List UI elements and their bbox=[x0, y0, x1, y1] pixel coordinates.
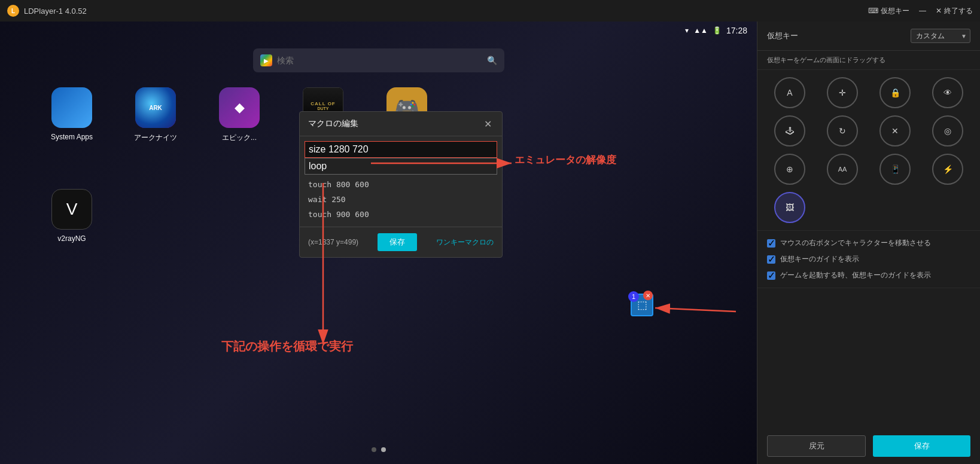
footer-reset-button[interactable]: 戻元 bbox=[767, 435, 866, 457]
vkey-dpad[interactable]: ✛ bbox=[827, 77, 858, 108]
checkbox-show-guide-label: 仮想キーのガイドを表示 bbox=[780, 254, 859, 264]
macro-line-size[interactable]: size 1280 720 bbox=[305, 141, 497, 158]
close-icon: ✕ bbox=[936, 7, 942, 15]
app-v2rayng[interactable]: V v2rayNG bbox=[48, 189, 96, 243]
svg-line-3 bbox=[655, 308, 736, 312]
vkey-fire[interactable]: ⊕ bbox=[774, 154, 805, 185]
footer-save-button[interactable]: 保存 bbox=[873, 435, 970, 457]
emulator-resolution-annotation: エミュレータの解像度 bbox=[515, 153, 616, 167]
macro-close-button[interactable]: ✕ bbox=[482, 118, 494, 130]
checkbox-startup-guide[interactable]: ✓ ゲームを起動する時、仮想キーのガイドを表示 bbox=[767, 270, 970, 280]
search-input[interactable] bbox=[277, 56, 482, 65]
arknights-icon: ARK bbox=[135, 87, 176, 128]
vkey-phone[interactable]: 📱 bbox=[879, 154, 911, 185]
page-dots bbox=[372, 447, 386, 452]
macro-onekey-button[interactable]: ワンキーマクロの bbox=[436, 237, 494, 248]
macro-dialog: マクロの編集 ✕ size 1280 720 loop touch 800 60… bbox=[299, 111, 503, 258]
minimize-button[interactable]: — bbox=[919, 7, 926, 15]
arknights-label: アークナイツ bbox=[134, 133, 177, 143]
vkey-lock[interactable]: 🔒 bbox=[879, 77, 911, 108]
macro-coords: (x=1337 y=499) bbox=[308, 238, 358, 246]
keyboard-icon: ⌨ bbox=[868, 7, 878, 15]
checkboxes-area: ✓ マウスの右ボタンでキャラクターを移動させる ✓ 仮想キーのガイドを表示 ✓ … bbox=[757, 231, 980, 288]
macro-line-loop[interactable]: loop bbox=[305, 158, 497, 175]
emulator-area: ▾ ▲▲ 🔋 17:28 ▶ 🔍 System Apps ARK アー bbox=[0, 22, 757, 464]
vkey-rotate[interactable]: ↻ bbox=[827, 115, 858, 146]
drag-hint: 仮想キーをゲームの画面にドラッグする bbox=[757, 51, 980, 70]
titlebar-title: LDPlayer-1 4.0.52 bbox=[24, 7, 87, 16]
right-panel: 仮想キー カスタム ▼ 仮想キーをゲームの画面にドラッグする A ✛ 🔒 👁 🕹… bbox=[757, 22, 980, 464]
vkey-lightning[interactable]: ⚡ bbox=[932, 154, 963, 185]
macro-footer: (x=1337 y=499) 保存 ワンキーマクロの bbox=[300, 227, 502, 257]
battery-icon: 🔋 bbox=[713, 26, 722, 35]
titlebar-logo: L bbox=[7, 5, 19, 17]
search-icon: 🔍 bbox=[487, 56, 497, 65]
wifi-icon: ▾ bbox=[685, 26, 689, 35]
titlebar-left: L LDPlayer-1 4.0.52 bbox=[7, 5, 87, 17]
app-arknights[interactable]: ARK アークナイツ bbox=[132, 87, 179, 143]
macro-dialog-title: マクロの編集 bbox=[308, 118, 358, 129]
network-icon: ▲▲ bbox=[693, 26, 708, 35]
macro-icon: ⬚ bbox=[637, 298, 647, 312]
checkbox-right-mouse-box[interactable]: ✓ bbox=[767, 239, 775, 248]
v2rayng-label: v2rayNG bbox=[57, 234, 86, 243]
titlebar: L LDPlayer-1 4.0.52 ⌨ 仮想キー — ✕ 終了する bbox=[0, 0, 980, 22]
page-dot-2[interactable] bbox=[381, 447, 386, 452]
checkbox-show-guide[interactable]: ✓ 仮想キーのガイドを表示 bbox=[767, 254, 970, 264]
system-apps-label: System Apps bbox=[51, 133, 93, 141]
right-panel-header: 仮想キー カスタム ▼ bbox=[757, 22, 980, 51]
system-apps-icon bbox=[51, 87, 92, 128]
macro-dialog-header: マクロの編集 ✕ bbox=[300, 112, 502, 136]
epic-icon: ◆ bbox=[219, 87, 260, 128]
search-bar[interactable]: ▶ 🔍 bbox=[253, 48, 504, 72]
loop-annotation: 下記の操作を循環で実行 bbox=[221, 338, 353, 355]
checkbox-right-mouse-label: マウスの右ボタンでキャラクターを移動させる bbox=[780, 238, 931, 248]
titlebar-right: ⌨ 仮想キー — ✕ 終了する bbox=[868, 6, 973, 16]
app-epic[interactable]: ◆ エピック... bbox=[215, 87, 263, 143]
macro-line-wait[interactable]: wait 250 bbox=[300, 192, 502, 207]
right-panel-label: 仮想キー bbox=[767, 30, 798, 41]
google-play-icon: ▶ bbox=[260, 54, 272, 66]
vkey-joystick[interactable]: 🕹 bbox=[774, 115, 805, 146]
v2rayng-icon: V bbox=[51, 189, 92, 230]
vkey-aim[interactable]: ◎ bbox=[932, 115, 963, 146]
vkey-a[interactable]: A bbox=[774, 77, 805, 108]
right-panel-select-wrapper: カスタム ▼ bbox=[911, 29, 970, 43]
vkey-cross[interactable]: ✕ bbox=[879, 115, 911, 146]
vkey-aa[interactable]: AA bbox=[827, 154, 858, 185]
macro-save-button[interactable]: 保存 bbox=[378, 233, 417, 251]
app-system-apps[interactable]: System Apps bbox=[48, 87, 96, 141]
epic-label: エピック... bbox=[222, 133, 257, 143]
checkbox-show-guide-box[interactable]: ✓ bbox=[767, 255, 775, 264]
macro-line-touch2[interactable]: touch 900 600 bbox=[300, 207, 502, 222]
close-button[interactable]: ✕ 終了する bbox=[936, 6, 973, 16]
checkbox-startup-guide-label: ゲームを起動する時、仮想キーのガイドを表示 bbox=[780, 270, 931, 280]
right-panel-select[interactable]: カスタム bbox=[911, 29, 970, 43]
vkey-eye[interactable]: 👁 bbox=[932, 77, 963, 108]
android-statusbar: ▾ ▲▲ 🔋 17:28 bbox=[0, 22, 757, 39]
right-panel-footer: 戻元 保存 bbox=[757, 428, 980, 464]
macro-content: size 1280 720 loop touch 800 600 wait 25… bbox=[300, 136, 502, 227]
macro-floating-close-badge[interactable]: ✕ bbox=[643, 291, 653, 300]
checkbox-startup-guide-box[interactable]: ✓ bbox=[767, 271, 775, 280]
virtual-keys-grid: A ✛ 🔒 👁 🕹 ↻ ✕ ◎ ⊕ AA 📱 ⚡ 🖼 bbox=[757, 70, 980, 231]
macro-floating-badge: 1 bbox=[628, 291, 639, 302]
checkbox-right-mouse[interactable]: ✓ マウスの右ボタンでキャラクターを移動させる bbox=[767, 238, 970, 248]
page-dot-1[interactable] bbox=[372, 447, 376, 452]
statusbar-time: 17:28 bbox=[726, 26, 747, 35]
macro-line-touch1[interactable]: touch 800 600 bbox=[300, 177, 502, 192]
virtual-key-button[interactable]: ⌨ 仮想キー bbox=[868, 6, 909, 16]
vkey-screen[interactable]: 🖼 bbox=[774, 192, 805, 223]
